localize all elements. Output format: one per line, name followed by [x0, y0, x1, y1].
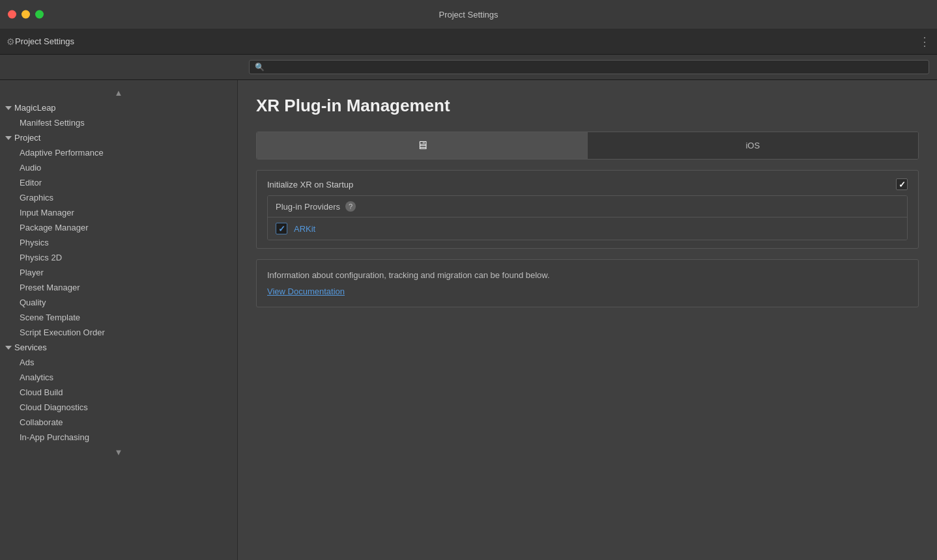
- info-text: Information about configuration, trackin…: [267, 270, 908, 280]
- sidebar-item-label: Script Execution Order: [20, 328, 105, 337]
- sidebar-section-label: Services: [14, 343, 47, 352]
- sidebar-section-magicleap[interactable]: MagicLeap: [0, 100, 237, 115]
- search-icon: 🔍: [255, 63, 265, 72]
- sidebar-section-services[interactable]: Services: [0, 340, 237, 355]
- page-title: XR Plug-in Management: [256, 96, 919, 116]
- sidebar-item-label: Editor: [20, 178, 42, 188]
- help-icon[interactable]: ?: [345, 201, 356, 212]
- initialize-xr-row: Initialize XR on Startup: [267, 178, 908, 190]
- minimize-button[interactable]: [22, 10, 30, 19]
- search-bar-container: 🔍: [0, 55, 937, 80]
- initialize-xr-panel: Initialize XR on Startup Plug-in Provide…: [256, 170, 919, 249]
- sidebar-item-label: Quality: [20, 298, 46, 307]
- arkit-checkbox[interactable]: [276, 223, 287, 234]
- sidebar-item-label: Collaborate: [20, 417, 63, 427]
- sidebar-item-analytics[interactable]: Analytics: [0, 370, 237, 385]
- sidebar-item-label: Cloud Build: [20, 387, 63, 397]
- expand-icon: [5, 136, 12, 140]
- gear-icon: ⚙: [7, 36, 15, 47]
- sidebar-content: ▲ MagicLeap Manifest Settings Project Ad…: [0, 80, 237, 560]
- sidebar-item-in-app-purchasing[interactable]: In-App Purchasing: [0, 430, 237, 445]
- sidebar-item-package-manager[interactable]: Package Manager: [0, 220, 237, 235]
- sidebar-section-label: MagicLeap: [14, 103, 56, 113]
- sidebar-item-label: Graphics: [20, 193, 53, 203]
- sidebar-item-cloud-diagnostics[interactable]: Cloud Diagnostics: [0, 400, 237, 415]
- sidebar-item-label: Player: [20, 268, 44, 277]
- sidebar-item-label: Manifest Settings: [20, 118, 85, 128]
- sidebar-item-cloud-build[interactable]: Cloud Build: [0, 385, 237, 400]
- content-area: XR Plug-in Management 🖥 iOS Initialize X…: [238, 80, 937, 560]
- tab-desktop[interactable]: 🖥: [257, 132, 588, 159]
- sidebar-item-script-execution-order[interactable]: Script Execution Order: [0, 325, 237, 340]
- initialize-xr-label: Initialize XR on Startup: [267, 180, 896, 189]
- sidebar-section-label: Project: [14, 133, 40, 143]
- sidebar-item-audio[interactable]: Audio: [0, 160, 237, 175]
- plugin-item-arkit: ARKit: [268, 217, 907, 240]
- scroll-down-arrow[interactable]: ▼: [0, 445, 237, 460]
- sidebar-item-label: Physics: [20, 238, 49, 247]
- expand-icon: [5, 106, 12, 110]
- arkit-label: ARKit: [294, 224, 315, 234]
- close-button[interactable]: [8, 10, 16, 19]
- sidebar-item-graphics[interactable]: Graphics: [0, 190, 237, 205]
- sidebar-item-physics-2d[interactable]: Physics 2D: [0, 250, 237, 265]
- sidebar-item-player[interactable]: Player: [0, 265, 237, 280]
- initialize-xr-checkbox[interactable]: [896, 178, 908, 190]
- scroll-up-arrow[interactable]: ▲: [0, 85, 237, 100]
- sidebar-item-label: Adaptive Performance: [20, 148, 104, 158]
- sidebar-item-adaptive-performance[interactable]: Adaptive Performance: [0, 145, 237, 160]
- panel-header: ⚙ Project Settings ⋮: [0, 29, 937, 55]
- view-documentation-link[interactable]: View Documentation: [267, 287, 345, 296]
- plugin-providers-header: Plug-in Providers ?: [268, 196, 907, 217]
- maximize-button[interactable]: [35, 10, 44, 19]
- sidebar-item-label: Preset Manager: [20, 283, 80, 292]
- sidebar-item-label: Audio: [20, 163, 41, 173]
- sidebar-item-label: Cloud Diagnostics: [20, 402, 88, 412]
- main-layout: ▲ MagicLeap Manifest Settings Project Ad…: [0, 80, 937, 560]
- sidebar-item-manifest-settings[interactable]: Manifest Settings: [0, 115, 237, 130]
- desktop-icon: 🖥: [416, 139, 428, 152]
- sidebar-item-label: Physics 2D: [20, 253, 62, 262]
- sidebar-item-input-manager[interactable]: Input Manager: [0, 205, 237, 220]
- plugin-providers-label: Plug-in Providers: [276, 202, 340, 212]
- sidebar-item-label: Input Manager: [20, 208, 74, 217]
- sidebar-item-collaborate[interactable]: Collaborate: [0, 415, 237, 430]
- sidebar-item-label: Analytics: [20, 372, 53, 382]
- more-options-button[interactable]: ⋮: [919, 35, 930, 49]
- sidebar-item-label: In-App Purchasing: [20, 432, 89, 442]
- sidebar-item-editor[interactable]: Editor: [0, 175, 237, 190]
- platform-tabs: 🖥 iOS: [256, 132, 919, 160]
- sidebar-section-project[interactable]: Project: [0, 130, 237, 145]
- sidebar-item-label: Package Manager: [20, 223, 89, 232]
- info-panel: Information about configuration, trackin…: [256, 259, 919, 307]
- titlebar: Project Settings: [0, 0, 937, 29]
- window-title: Project Settings: [439, 10, 498, 20]
- search-wrapper: 🔍: [249, 60, 929, 74]
- sidebar: ▲ MagicLeap Manifest Settings Project Ad…: [0, 80, 238, 560]
- search-input[interactable]: [268, 63, 923, 72]
- sidebar-item-ads[interactable]: Ads: [0, 355, 237, 370]
- panel-header-title: Project Settings: [15, 36, 74, 46]
- sidebar-item-physics[interactable]: Physics: [0, 235, 237, 250]
- sidebar-item-quality[interactable]: Quality: [0, 295, 237, 310]
- ios-tab-label: iOS: [745, 141, 760, 150]
- plugin-providers-box: Plug-in Providers ? ARKit: [267, 195, 908, 240]
- sidebar-item-preset-manager[interactable]: Preset Manager: [0, 280, 237, 295]
- sidebar-item-scene-template[interactable]: Scene Template: [0, 310, 237, 325]
- sidebar-item-label: Scene Template: [20, 313, 80, 322]
- expand-icon: [5, 346, 12, 350]
- sidebar-item-label: Ads: [20, 357, 34, 367]
- window-controls: [8, 10, 44, 19]
- tab-ios[interactable]: iOS: [588, 132, 919, 159]
